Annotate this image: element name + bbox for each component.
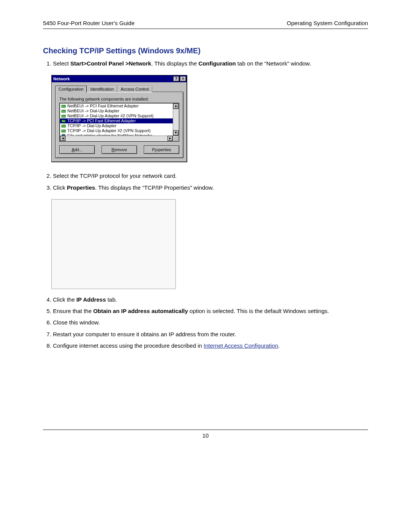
page-header: 5450 Four-Port Router User's Guide Opera… — [43, 20, 368, 29]
tab-identification[interactable]: Identification — [87, 86, 117, 92]
step-1: Select Start>Control Panel >Network. Thi… — [53, 60, 368, 67]
protocol-icon — [61, 119, 66, 123]
step-7: Restart your computer to ensure it obtai… — [53, 331, 368, 338]
header-left: 5450 Four-Port Router User's Guide — [43, 20, 134, 26]
svg-point-5 — [62, 110, 63, 111]
section-heading: Checking TCP/IP Settings (Windows 9x/ME) — [43, 46, 368, 55]
dialog-title: Network — [53, 77, 70, 81]
step-4: Click the IP Address tab. — [53, 296, 368, 304]
page-footer: 10 — [43, 430, 368, 439]
protocol-icon — [61, 114, 66, 118]
svg-point-14 — [62, 125, 63, 126]
protocol-icon — [61, 124, 66, 128]
step-2: Select the TCP/IP protocol for your netw… — [53, 172, 368, 180]
add-button[interactable]: Add... — [59, 145, 95, 154]
list-item-label: TCP/IP -> Dial-Up Adapter #2 (VPN Suppor… — [67, 128, 151, 133]
svg-point-2 — [62, 105, 63, 106]
protocol-icon — [61, 109, 66, 113]
close-button[interactable]: × — [180, 76, 186, 81]
horizontal-scrollbar[interactable]: ◄ ► — [60, 136, 173, 141]
help-button[interactable]: ? — [173, 76, 179, 81]
close-icon: × — [182, 77, 184, 81]
dialog-titlebar[interactable]: Network ? × — [52, 75, 187, 82]
components-listbox[interactable]: NetBEUI -> PCI Fast Ethernet AdapterNetB… — [59, 103, 179, 142]
step-3: Click Properties. This displays the “TCP… — [53, 184, 368, 192]
list-item-label: TCP/IP -> Dial-Up Adapter — [67, 123, 116, 128]
page-number: 10 — [202, 432, 209, 439]
step-5: Ensure that the Obtain an IP address aut… — [53, 307, 368, 315]
tcpip-properties-screenshot-placeholder — [51, 199, 176, 289]
list-item[interactable]: NetBEUI -> Dial-Up Adapter — [60, 109, 173, 113]
scroll-right-icon[interactable]: ► — [167, 136, 173, 141]
svg-point-11 — [62, 120, 63, 121]
svg-point-8 — [62, 115, 63, 116]
list-item-label: TCP/IP -> PCI Fast Ethernet Adapter — [67, 118, 136, 123]
help-icon: ? — [175, 77, 177, 81]
step-6: Close this window. — [53, 319, 368, 326]
tab-configuration[interactable]: Configuration — [55, 86, 87, 93]
remove-button[interactable]: Remove — [102, 145, 137, 154]
vertical-scrollbar[interactable]: ▲ ▼ — [173, 104, 178, 136]
scroll-down-icon[interactable]: ▼ — [173, 130, 178, 136]
tab-access-control[interactable]: Access Control — [117, 86, 152, 92]
header-right: Operating System Configuration — [287, 20, 368, 26]
list-item[interactable]: TCP/IP -> Dial-Up Adapter — [60, 123, 173, 128]
protocol-icon — [61, 129, 66, 133]
protocol-icon — [61, 104, 66, 109]
list-item[interactable]: TCP/IP -> PCI Fast Ethernet Adapter — [60, 118, 173, 123]
svg-point-17 — [62, 130, 63, 131]
list-item-label: NetBEUI -> PCI Fast Ethernet Adapter — [67, 104, 139, 109]
network-dialog-screenshot: Network ? × Configuration Identification… — [51, 75, 187, 162]
list-item[interactable]: NetBEUI -> Dial-Up Adapter #2 (VPN Suppo… — [60, 113, 173, 118]
list-item[interactable]: NetBEUI -> PCI Fast Ethernet Adapter — [60, 104, 173, 109]
list-item-label: NetBEUI -> Dial-Up Adapter — [67, 109, 119, 113]
properties-button[interactable]: Properties — [144, 145, 179, 154]
scroll-left-icon[interactable]: ◄ — [60, 136, 65, 141]
listbox-label: The following network components are ins… — [59, 97, 179, 101]
scroll-corner — [173, 136, 178, 141]
step-8: Configure internet access using the proc… — [53, 342, 368, 350]
scroll-up-icon[interactable]: ▲ — [173, 104, 178, 109]
internet-access-configuration-link[interactable]: Internet Access Configuration — [204, 342, 278, 349]
list-item-label: NetBEUI -> Dial-Up Adapter #2 (VPN Suppo… — [67, 113, 154, 118]
list-item[interactable]: TCP/IP -> Dial-Up Adapter #2 (VPN Suppor… — [60, 128, 173, 133]
